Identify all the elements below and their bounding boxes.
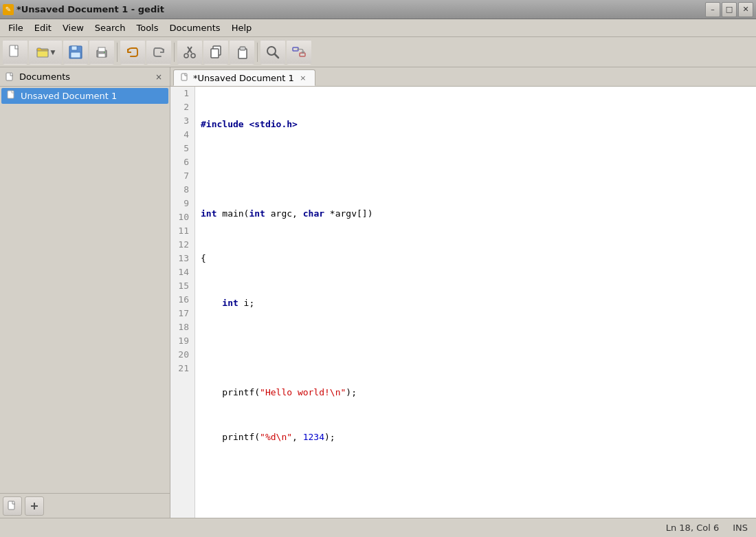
document-item-icon xyxy=(7,90,16,102)
documents-panel-header: Documents × xyxy=(0,67,170,87)
toolbar: ▼ xyxy=(0,37,756,67)
svg-rect-22 xyxy=(8,91,14,98)
line-num-2: 2 xyxy=(176,100,189,114)
line-num-9: 9 xyxy=(176,197,189,210)
line-num-18: 18 xyxy=(176,320,189,334)
kw-char-3: char xyxy=(303,208,324,219)
redo-icon xyxy=(151,45,166,60)
line-numbers: 1 2 3 4 5 6 7 8 9 10 11 12 13 14 15 16 1… xyxy=(170,87,195,518)
separator-2 xyxy=(174,43,175,62)
replace-icon xyxy=(291,45,307,60)
minimize-button[interactable]: – xyxy=(705,2,720,17)
line-num-1: 1 xyxy=(176,87,189,100)
documents-panel-title: Documents xyxy=(5,72,70,82)
menu-tools[interactable]: Tools xyxy=(131,21,164,34)
document-item-label: Unsaved Document 1 xyxy=(21,91,117,101)
undo-icon xyxy=(125,45,140,60)
print-icon xyxy=(94,45,109,60)
line-num-15: 15 xyxy=(176,279,189,293)
kw-int-5: int xyxy=(222,298,238,308)
main-area: Documents × Unsaved Document 1 xyxy=(0,67,756,518)
tab-icon xyxy=(181,73,189,83)
num-8: 1234 xyxy=(303,432,324,442)
line-num-19: 19 xyxy=(176,334,189,348)
code-line-1: #include <stdio.h> xyxy=(201,118,751,131)
code-line-9 xyxy=(201,475,751,489)
find-button[interactable] xyxy=(260,40,285,65)
window-title: *Unsaved Document 1 - gedit xyxy=(16,4,164,14)
code-line-7: printf("Hello world!\n"); xyxy=(201,386,751,399)
code-line-6 xyxy=(201,341,751,355)
add-document-button[interactable] xyxy=(25,496,44,516)
open-dropdown-arrow[interactable]: ▼ xyxy=(51,49,56,56)
copy-button[interactable] xyxy=(203,40,228,65)
line-num-20: 20 xyxy=(176,348,189,362)
save-button[interactable] xyxy=(63,40,88,65)
code-content[interactable]: #include <stdio.h> int main(int argc, ch… xyxy=(195,87,756,518)
new-document-button[interactable] xyxy=(3,496,22,516)
documents-panel: Documents × Unsaved Document 1 xyxy=(0,67,170,518)
svg-rect-14 xyxy=(211,49,219,58)
tab-close-button[interactable]: × xyxy=(298,73,308,83)
code-line-3: int main(int argc, char *argv[]) xyxy=(201,207,751,221)
print-button[interactable] xyxy=(89,40,114,65)
open-button[interactable]: ▼ xyxy=(29,40,62,65)
kw-int-3: int xyxy=(201,208,216,219)
maximize-button[interactable]: □ xyxy=(722,2,737,17)
documents-panel-footer xyxy=(0,493,170,518)
svg-rect-3 xyxy=(71,46,77,50)
tab-doc-icon xyxy=(181,73,189,81)
code-line-5: int i; xyxy=(201,296,751,310)
new-icon xyxy=(8,45,23,60)
svg-point-11 xyxy=(184,54,188,58)
close-button[interactable]: ✕ xyxy=(738,2,753,17)
preprocessor-1: #include <stdio.h> xyxy=(201,119,298,129)
line-num-10: 10 xyxy=(176,210,189,224)
separator-3 xyxy=(257,43,258,62)
tab-0[interactable]: *Unsaved Document 1 × xyxy=(173,69,315,86)
separator-1 xyxy=(117,43,118,62)
paste-button[interactable] xyxy=(230,40,254,65)
open-icon xyxy=(36,45,49,59)
svg-rect-0 xyxy=(10,45,18,56)
line-num-5: 5 xyxy=(176,142,189,155)
line-num-16: 16 xyxy=(176,293,189,307)
line-num-21: 21 xyxy=(176,362,189,375)
replace-button[interactable] xyxy=(287,40,311,65)
svg-point-12 xyxy=(191,54,195,58)
svg-rect-6 xyxy=(98,47,105,52)
menu-search[interactable]: Search xyxy=(89,21,131,34)
menu-edit[interactable]: Edit xyxy=(29,21,57,34)
redo-button[interactable] xyxy=(146,40,171,65)
menu-file[interactable]: File xyxy=(3,21,29,34)
copy-icon xyxy=(208,45,223,60)
status-bar: Ln 18, Col 6 INS xyxy=(0,518,756,537)
doc-icon xyxy=(7,90,16,100)
document-list: Unsaved Document 1 xyxy=(0,87,170,493)
documents-panel-close-button[interactable]: × xyxy=(153,72,164,83)
undo-button[interactable] xyxy=(120,40,145,65)
kw-int-3b: int xyxy=(249,208,265,219)
svg-rect-4 xyxy=(71,52,80,58)
menu-view[interactable]: View xyxy=(57,21,89,34)
new-button[interactable] xyxy=(3,40,27,65)
title-bar-left: ✎ *Unsaved Document 1 - gedit xyxy=(3,4,164,15)
new-doc-icon xyxy=(7,501,18,512)
cut-button[interactable] xyxy=(177,40,202,65)
code-line-2 xyxy=(201,162,751,176)
svg-rect-26 xyxy=(181,74,187,80)
line-num-6: 6 xyxy=(176,155,189,169)
code-editor[interactable]: 1 2 3 4 5 6 7 8 9 10 11 12 13 14 15 16 1… xyxy=(170,87,756,518)
cursor-position: Ln 18, Col 6 xyxy=(666,523,719,533)
document-item-0[interactable]: Unsaved Document 1 xyxy=(1,88,168,104)
line-num-4: 4 xyxy=(176,128,189,142)
document-panel-icon xyxy=(5,72,15,82)
menu-documents[interactable]: Documents xyxy=(164,21,226,34)
svg-rect-20 xyxy=(300,53,305,56)
code-line-8: printf("%d\n", 1234); xyxy=(201,430,751,444)
window-controls: – □ ✕ xyxy=(705,2,753,17)
tab-label: *Unsaved Document 1 xyxy=(193,73,294,83)
app-icon: ✎ xyxy=(3,4,14,15)
menu-help[interactable]: Help xyxy=(226,21,258,34)
menu-bar: File Edit View Search Tools Documents He… xyxy=(0,19,756,37)
